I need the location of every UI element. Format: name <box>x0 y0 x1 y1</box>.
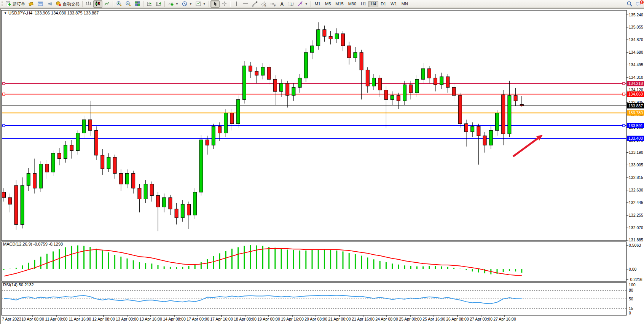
auto-scroll-button[interactable] <box>145 0 154 8</box>
candles-chart-button[interactable] <box>93 0 102 8</box>
line-handle[interactable] <box>3 93 5 95</box>
tf-w1-button[interactable]: W1 <box>388 1 399 7</box>
horizontal-line-button[interactable] <box>241 0 250 8</box>
candle <box>119 173 123 184</box>
svg-text:17 Apr 00:00: 17 Apr 00:00 <box>187 317 209 321</box>
candles-chart-icon <box>95 1 101 7</box>
candle <box>132 173 135 188</box>
candle <box>391 96 394 100</box>
tf-d1-button-label: D1 <box>381 2 386 6</box>
candle <box>224 113 228 133</box>
candle <box>163 198 166 207</box>
candle <box>33 173 37 188</box>
search-button[interactable] <box>625 0 634 8</box>
chart-window[interactable]: ▼USDJPY-,H4 133.906 134.030 133.875 133.… <box>0 8 644 324</box>
line-chart-icon <box>104 1 110 7</box>
toolbar-separator <box>113 1 113 7</box>
line-handle[interactable] <box>3 82 5 85</box>
candle <box>206 140 209 145</box>
time-axis[interactable]: 7 Apr 202310 Apr 08:0011 Apr 00:0011 Apr… <box>2 315 516 321</box>
svg-text:133.780: 133.780 <box>628 110 643 115</box>
candle <box>304 53 308 78</box>
templates-icon <box>195 1 201 7</box>
navigator-button[interactable] <box>45 0 54 8</box>
line-handle[interactable] <box>3 124 5 127</box>
text-button[interactable]: A <box>277 0 287 8</box>
data-window-button[interactable] <box>36 0 45 8</box>
tf-m1-button[interactable]: M1 <box>312 1 323 7</box>
tf-h4-button[interactable]: H4 <box>368 1 378 7</box>
new-order-icon <box>5 1 11 7</box>
tf-d1-button[interactable]: D1 <box>378 1 388 7</box>
candle <box>249 66 252 71</box>
svg-text:50: 50 <box>629 297 633 301</box>
tf-mn-button-label: MN <box>402 2 408 6</box>
periods-button[interactable]: ▼ <box>180 0 194 8</box>
dropdown-arrow-icon[interactable]: ▼ <box>203 2 206 6</box>
cursor-icon <box>212 1 218 7</box>
candle <box>156 196 160 207</box>
fibonacci-button[interactable]: F <box>268 0 277 8</box>
candle <box>360 53 363 70</box>
svg-text:11 Apr 16:00: 11 Apr 16:00 <box>69 317 91 321</box>
templates-button[interactable]: ▼ <box>194 0 207 8</box>
tf-m15-button[interactable]: M15 <box>333 1 346 7</box>
candle <box>8 198 12 204</box>
crosshair-button[interactable] <box>220 0 229 8</box>
tf-m5-button[interactable]: M5 <box>323 1 333 7</box>
candle <box>150 184 153 196</box>
candle <box>329 36 332 39</box>
zoom-in-button[interactable] <box>115 0 124 8</box>
arrows-button[interactable]: ▼ <box>296 0 309 8</box>
line-handle[interactable] <box>623 124 625 127</box>
new-order-button[interactable]: 新订单 <box>4 0 27 8</box>
cursor-button[interactable] <box>210 0 220 8</box>
zoom-out-button[interactable] <box>124 0 133 8</box>
autotrading-button[interactable]: 自动交易 <box>54 0 81 8</box>
zoom-out-icon <box>125 1 131 7</box>
trendline-button[interactable] <box>250 0 259 8</box>
dropdown-arrow-icon[interactable]: ▼ <box>189 2 192 6</box>
svg-text:131.885: 131.885 <box>629 238 643 242</box>
candle <box>520 104 523 105</box>
tf-m30-button[interactable]: M30 <box>346 1 359 7</box>
chart-shift-button[interactable] <box>154 0 163 8</box>
candle <box>502 95 505 134</box>
line-handle[interactable] <box>623 93 625 95</box>
dropdown-arrow-icon[interactable]: ▼ <box>175 2 179 6</box>
dropdown-arrow-icon[interactable]: ▼ <box>305 2 308 6</box>
candle <box>199 140 203 192</box>
arrows-tool-icon <box>297 1 303 7</box>
svg-text:T: T <box>290 2 292 6</box>
indicators-add-button[interactable]: ▼ <box>166 0 180 8</box>
candle <box>292 88 295 96</box>
chart-title-text: USDJPY-,H4 133.906 134.030 133.875 133.8… <box>8 11 99 15</box>
candle <box>341 34 345 46</box>
equidistant-channel-button[interactable]: E <box>259 0 268 8</box>
candle <box>107 157 110 169</box>
market-watch-button[interactable] <box>27 0 36 8</box>
vertical-line-button[interactable] <box>232 0 241 8</box>
svg-text:80: 80 <box>629 288 633 292</box>
tile-windows-icon <box>134 1 140 7</box>
candle <box>427 69 431 78</box>
chat-button[interactable]: 1 <box>634 0 643 8</box>
zoom-in-icon <box>116 1 122 7</box>
candle <box>2 192 6 198</box>
bars-chart-button[interactable] <box>84 0 93 8</box>
chart-shift-icon <box>156 1 162 7</box>
tf-mn-button[interactable]: MN <box>399 1 410 7</box>
notification-badge: 1 <box>639 0 644 5</box>
fibonacci-icon: F <box>270 1 276 7</box>
candle <box>267 67 271 80</box>
line-chart-button[interactable] <box>102 0 112 8</box>
symbol-dropdown-icon[interactable]: ▼ <box>4 11 7 15</box>
svg-text:12 Apr 08:00: 12 Apr 08:00 <box>92 317 115 321</box>
line-handle[interactable] <box>623 82 625 85</box>
candle <box>57 153 61 158</box>
text-label-button[interactable]: T <box>287 0 296 8</box>
trendline-icon <box>252 1 258 7</box>
chart-canvas[interactable]: 135.240135.055134.870134.680134.495134.3… <box>1 9 644 324</box>
tf-h1-button[interactable]: H1 <box>359 1 368 7</box>
tile-windows-button[interactable] <box>133 0 142 8</box>
